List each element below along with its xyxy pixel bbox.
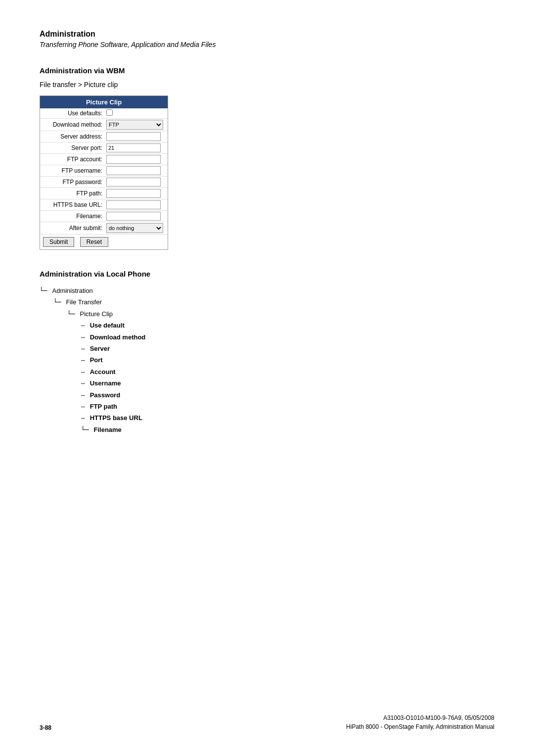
checkbox-use-defaults[interactable] — [106, 109, 113, 116]
tree-connector-https-base-url: — — [81, 412, 89, 424]
picture-clip-header: Picture Clip — [40, 96, 168, 108]
tree-connector-download-method: — — [81, 331, 89, 343]
field-filename[interactable] — [106, 212, 161, 221]
tree-text-file-transfer: File Transfer — [66, 296, 101, 308]
footer-page-number: 3-88 — [40, 724, 51, 731]
label-download-method: Download method: — [40, 119, 104, 131]
tree-text-picture-clip: Picture Clip — [80, 308, 112, 320]
page-subtitle: Transferring Phone Software, Application… — [40, 41, 494, 48]
tree-item-download-method: — Download method — [81, 331, 494, 343]
select-download-method[interactable]: FTP HTTPS — [106, 120, 163, 130]
picture-clip-form: Use defaults: Download method: FTP HTTPS… — [40, 108, 168, 249]
label-use-defaults: Use defaults: — [40, 108, 104, 119]
input-ftp-path[interactable] — [104, 188, 168, 199]
tree-item-username: — Username — [81, 378, 494, 389]
page-footer: 3-88 A31003-O1010-M100-9-76A9, 05/05/200… — [40, 713, 494, 731]
tree-connector-port: — — [81, 354, 89, 366]
footer-doc-info: A31003-O1010-M100-9-76A9, 05/05/2008 HiP… — [346, 713, 494, 731]
form-row-ftp-username: FTP username: — [40, 165, 168, 177]
input-download-method[interactable]: FTP HTTPS — [104, 119, 168, 131]
tree-connector-username: — — [81, 378, 89, 389]
input-after-submit[interactable]: do nothing restart — [104, 222, 168, 235]
input-ftp-password[interactable] — [104, 177, 168, 188]
form-row-server-address: Server address: — [40, 131, 168, 142]
field-ftp-password[interactable] — [106, 178, 161, 187]
tree-connector-0: └─ — [40, 285, 51, 296]
tree-text-server: Server — [90, 343, 110, 354]
tree-container: └─ Administration └─ File Transfer └─ Pi… — [40, 285, 494, 435]
tree-connector-1: └─ — [53, 296, 65, 308]
reset-button[interactable]: Reset — [80, 237, 108, 247]
label-ftp-account: FTP account: — [40, 154, 104, 165]
label-ftp-path: FTP path: — [40, 188, 104, 199]
input-https-base-url[interactable] — [104, 199, 168, 211]
tree-connector-2: └─ — [67, 308, 79, 320]
field-ftp-account[interactable] — [106, 155, 161, 164]
tree-text-port: Port — [90, 354, 103, 366]
input-server-address[interactable] — [104, 131, 168, 142]
form-buttons-row: Submit Reset — [40, 235, 168, 250]
tree-text-password: Password — [90, 389, 120, 401]
input-filename[interactable] — [104, 211, 168, 222]
tree-item-picture-clip: └─ Picture Clip — [67, 308, 494, 320]
section-wbm-heading: Administration via WBM — [40, 66, 494, 75]
input-ftp-account[interactable] — [104, 154, 168, 165]
tree-item-ftp-path: — FTP path — [81, 401, 494, 412]
tree-connector-account: — — [81, 366, 89, 378]
form-row-after-submit: After submit: do nothing restart — [40, 222, 168, 235]
field-https-base-url[interactable] — [106, 200, 161, 209]
label-server-address: Server address: — [40, 131, 104, 142]
field-server-address[interactable] — [106, 132, 161, 141]
picture-clip-container: Picture Clip Use defaults: Download meth… — [40, 95, 168, 250]
tree-text-ftp-path: FTP path — [90, 401, 117, 412]
tree-connector-ftp-path: — — [81, 401, 89, 412]
tree-item-account: — Account — [81, 366, 494, 378]
footer-doc-title: HiPath 8000 - OpenStage Family, Administ… — [346, 722, 494, 731]
form-row-https-base-url: HTTPS base URL: — [40, 199, 168, 211]
field-server-port[interactable] — [106, 143, 161, 152]
label-server-port: Server port: — [40, 142, 104, 154]
tree-connector-server: — — [81, 343, 89, 354]
input-use-defaults[interactable] — [104, 108, 168, 119]
tree-item-filename: └─ Filename — [81, 424, 494, 435]
tree-item-administration: └─ Administration — [40, 285, 494, 296]
tree-text-download-method: Download method — [90, 331, 146, 343]
tree-connector-filename: └─ — [81, 424, 92, 435]
form-row-server-port: Server port: — [40, 142, 168, 154]
section-wbm: Administration via WBM File transfer > P… — [40, 66, 494, 270]
tree-item-file-transfer: └─ File Transfer — [53, 296, 494, 308]
input-ftp-username[interactable] — [104, 165, 168, 177]
tree-text-account: Account — [90, 366, 116, 378]
tree-item-password: — Password — [81, 389, 494, 401]
tree-item-port: — Port — [81, 354, 494, 366]
form-row-ftp-account: FTP account: — [40, 154, 168, 165]
field-ftp-username[interactable] — [106, 166, 161, 175]
breadcrumb: File transfer > Picture clip — [40, 81, 494, 89]
label-filename: Filename: — [40, 211, 104, 222]
submit-button[interactable]: Submit — [43, 237, 74, 247]
label-after-submit: After submit: — [40, 222, 104, 235]
tree-item-server: — Server — [81, 343, 494, 354]
section-local-heading: Administration via Local Phone — [40, 270, 494, 278]
tree-connector-password: — — [81, 389, 89, 401]
tree-item-https-base-url: — HTTPS base URL — [81, 412, 494, 424]
tree-text-https-base-url: HTTPS base URL — [90, 412, 142, 424]
select-after-submit[interactable]: do nothing restart — [106, 223, 163, 233]
form-row-ftp-path: FTP path: — [40, 188, 168, 199]
label-ftp-username: FTP username: — [40, 165, 104, 177]
form-row-filename: Filename: — [40, 211, 168, 222]
tree-item-use-default: — Use default — [81, 320, 494, 331]
form-row-use-defaults: Use defaults: — [40, 108, 168, 119]
input-server-port[interactable] — [104, 142, 168, 154]
tree-text-use-default: Use default — [90, 320, 125, 331]
tree-text-administration: Administration — [52, 285, 92, 296]
label-https-base-url: HTTPS base URL: — [40, 199, 104, 211]
label-ftp-password: FTP password: — [40, 177, 104, 188]
field-ftp-path[interactable] — [106, 189, 161, 198]
page-title: Administration — [40, 30, 494, 39]
tree-text-filename: Filename — [93, 424, 121, 435]
footer-doc-ref: A31003-O1010-M100-9-76A9, 05/05/2008 — [346, 713, 494, 722]
tree-connector-use-default: — — [81, 320, 89, 331]
form-row-ftp-password: FTP password: — [40, 177, 168, 188]
form-row-download-method: Download method: FTP HTTPS — [40, 119, 168, 131]
